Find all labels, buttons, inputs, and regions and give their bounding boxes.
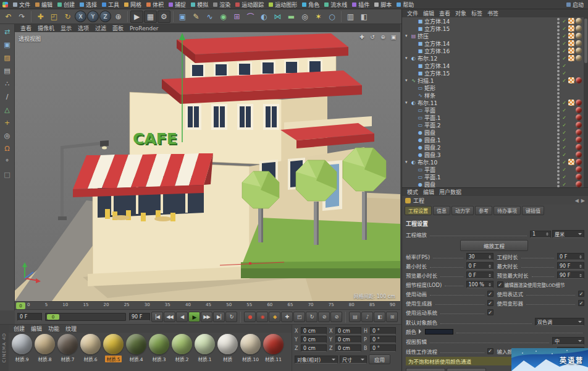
scale-tool[interactable]: ◰ bbox=[48, 11, 61, 23]
material-tag-icon[interactable] bbox=[576, 174, 582, 180]
rotate-tool[interactable]: ↻ bbox=[61, 11, 74, 23]
undo-button[interactable]: ↶ bbox=[2, 11, 15, 23]
preview-max-field[interactable]: 90 F bbox=[557, 271, 584, 279]
enabled-check[interactable]: ✓ bbox=[561, 122, 567, 128]
visibility-dots[interactable] bbox=[557, 144, 560, 150]
layout-toggle-button[interactable]: ◧ bbox=[358, 11, 371, 23]
material-swatch[interactable]: 材质.11 bbox=[262, 334, 285, 362]
min-time-field[interactable]: 0 F bbox=[466, 262, 494, 270]
render-to-picture-viewer-button[interactable]: ▦ bbox=[144, 11, 157, 23]
attribute-tab[interactable]: 工程设置 bbox=[405, 206, 432, 215]
object-row[interactable]: ▾ ◐ 布尔.12 ✓ bbox=[402, 54, 588, 62]
material-tag-icon[interactable] bbox=[576, 137, 582, 143]
enabled-check[interactable]: ✓ bbox=[561, 182, 567, 187]
save-preset-button[interactable]: 保存预设... bbox=[447, 368, 486, 371]
enabled-check[interactable]: ✓ bbox=[561, 56, 567, 61]
project-scale-field[interactable]: 1 bbox=[530, 231, 551, 238]
visibility-dots[interactable] bbox=[557, 62, 560, 69]
material-swatch[interactable]: 材质.3 bbox=[148, 334, 170, 362]
material-preview-sphere[interactable] bbox=[240, 334, 261, 354]
y-axis-lock-button[interactable]: Y bbox=[87, 11, 99, 22]
material-swatch[interactable]: 材质.7 bbox=[56, 334, 79, 362]
material-tag-icon[interactable] bbox=[576, 151, 582, 158]
material-preview-sphere[interactable] bbox=[172, 334, 192, 354]
enabled-check[interactable]: ✓ bbox=[561, 78, 567, 83]
visibility-dots[interactable] bbox=[557, 85, 560, 91]
menu-item[interactable]: 流水线 bbox=[322, 0, 350, 9]
scale-project-button[interactable]: 缩放工程 bbox=[460, 240, 528, 251]
object-row[interactable]: ▭ 平面 ✓ bbox=[402, 106, 588, 114]
om-menu-item[interactable]: 对象 bbox=[453, 9, 469, 17]
camera-object-button[interactable]: ◎ bbox=[298, 11, 311, 23]
attribute-tab[interactable]: 动力学 bbox=[452, 206, 474, 215]
load-preset-button[interactable]: 载入预设... bbox=[406, 368, 445, 371]
visibility-dots[interactable] bbox=[557, 55, 560, 61]
expand-toggle[interactable]: ▾ bbox=[405, 100, 410, 105]
preview-min-field[interactable]: 0 F bbox=[466, 271, 494, 279]
orbit-icon[interactable]: ↺ bbox=[368, 33, 377, 41]
use-deformers-checkbox[interactable] bbox=[578, 300, 584, 306]
bend-deformer-button[interactable]: ⌒ bbox=[244, 11, 257, 23]
enabled-check[interactable]: ✓ bbox=[561, 63, 567, 69]
object-row[interactable]: ∿ 样条 bbox=[402, 92, 588, 99]
texture-mode-icon[interactable]: ▨ bbox=[1, 51, 14, 64]
material-tag-icon[interactable] bbox=[576, 129, 582, 135]
position-field[interactable]: 0 cm bbox=[301, 344, 327, 352]
object-row[interactable]: ● 圆盘.3 ✓ bbox=[402, 151, 588, 158]
points-mode-icon[interactable]: ∴ bbox=[1, 77, 14, 90]
size-field[interactable]: 0 cm bbox=[335, 336, 361, 343]
object-row[interactable]: ▾ ▤ 挤压 ✓ bbox=[402, 32, 588, 40]
make-editable-icon[interactable]: ⇄ bbox=[1, 25, 14, 38]
visibility-dots[interactable] bbox=[557, 92, 560, 98]
viewport-menu-item[interactable]: 面板 bbox=[110, 24, 126, 32]
menu-item[interactable]: 脚本 bbox=[372, 0, 394, 9]
enabled-check[interactable]: ✓ bbox=[561, 48, 567, 54]
record-param-button[interactable]: ⊘ bbox=[318, 312, 330, 322]
om-menu-item[interactable]: 查看 bbox=[437, 9, 453, 17]
object-row[interactable]: ■ 立方体.15 ✓ bbox=[402, 69, 588, 77]
am-menu-item[interactable]: 用户数据 bbox=[437, 188, 464, 196]
maximize-icon[interactable]: ▣ bbox=[389, 33, 398, 41]
object-row[interactable]: ▭ 平面.1 ✓ bbox=[402, 173, 588, 181]
attribute-tab[interactable]: 键插值 bbox=[522, 206, 544, 215]
menu-item[interactable]: 工具 bbox=[99, 0, 122, 9]
visibility-dots[interactable] bbox=[557, 100, 560, 106]
play-button[interactable]: ▶ bbox=[188, 312, 200, 322]
menu-item[interactable]: 模拟 bbox=[188, 0, 211, 9]
enabled-check[interactable]: ✓ bbox=[561, 130, 567, 135]
material-preview-sphere[interactable] bbox=[35, 334, 55, 354]
object-row[interactable]: ▭ 矩形 bbox=[402, 84, 588, 92]
visibility-dots[interactable] bbox=[557, 137, 560, 143]
history-forward-icon[interactable]: ▶ bbox=[581, 198, 585, 203]
material-tag-icon[interactable] bbox=[576, 159, 582, 165]
visibility-dots[interactable] bbox=[557, 174, 560, 180]
visibility-dots[interactable] bbox=[557, 107, 560, 113]
material-tag-icon[interactable] bbox=[576, 107, 582, 113]
menu-item[interactable]: 帮助 bbox=[394, 0, 416, 9]
menu-item[interactable]: 渲染 bbox=[211, 0, 233, 9]
material-tag-icon[interactable] bbox=[576, 122, 582, 128]
hud-icon[interactable]: ◧ bbox=[374, 312, 385, 322]
history-back-icon[interactable]: ◀ bbox=[575, 198, 579, 203]
project-scale-unit-dropdown[interactable]: 厘米 bbox=[552, 230, 584, 238]
coord-mode-dropdown[interactable]: 对象(相对) bbox=[295, 356, 338, 364]
texture-tag-icon[interactable] bbox=[568, 33, 574, 39]
goto-end-button[interactable]: ▶| bbox=[213, 312, 225, 322]
material-tag-icon[interactable] bbox=[576, 100, 582, 106]
boolean-button[interactable]: ◐ bbox=[258, 11, 271, 23]
object-row[interactable]: ▾ ◐ 布尔.10 ✓ bbox=[402, 158, 588, 166]
record-pla-button[interactable]: ⊘ bbox=[330, 312, 342, 322]
polygons-mode-icon[interactable]: △ bbox=[1, 103, 14, 116]
visibility-dots[interactable] bbox=[557, 122, 560, 128]
rotation-field[interactable]: 0 ° bbox=[370, 327, 396, 335]
menu-item[interactable]: 文件 bbox=[10, 0, 33, 9]
edges-mode-icon[interactable]: ∕ bbox=[1, 90, 14, 103]
expand-toggle[interactable]: ▾ bbox=[405, 56, 410, 61]
size-mode-dropdown[interactable]: 尺寸 bbox=[340, 356, 367, 364]
visibility-dots[interactable] bbox=[557, 18, 560, 24]
spline-primitives-button[interactable]: ∿ bbox=[203, 11, 216, 23]
attribute-tab[interactable]: 参考 bbox=[475, 206, 492, 215]
record-scale-button[interactable]: ◰ bbox=[293, 312, 305, 322]
move-tool[interactable]: ✚ bbox=[34, 11, 47, 23]
material-swatch[interactable]: 材质.5 bbox=[102, 334, 125, 362]
